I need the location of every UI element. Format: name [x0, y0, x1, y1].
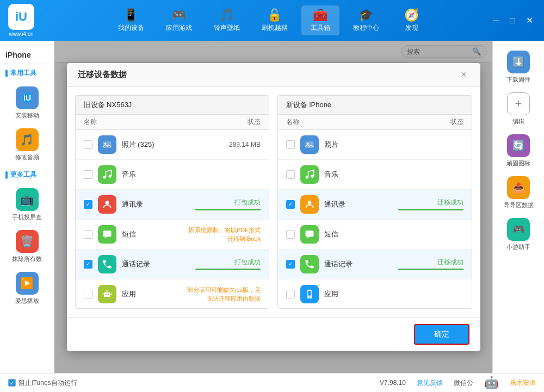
row-checkbox-3[interactable]: [84, 230, 92, 239]
row-status-3: 因系统限制，将以PDF形式迁移到iBook: [184, 226, 261, 242]
old-device-panel: 旧设备 NX563J 名称 状态 照片 (325)289.14 MB音乐✓通讯录…: [75, 95, 270, 309]
nav-item-4[interactable]: 🧰工具箱: [301, 5, 339, 35]
data-row-1: 音乐: [278, 160, 472, 190]
sidebar-item-erase[interactable]: 🗑️ 抹除所有数: [0, 226, 54, 267]
row-name-2: 通讯录: [324, 200, 398, 209]
row-icon-1: [300, 165, 319, 184]
row-icon-1: [98, 165, 116, 184]
row-checkbox-5[interactable]: [286, 290, 295, 298]
row-checkbox-5[interactable]: [84, 290, 92, 298]
row-icon-3: [300, 225, 319, 244]
row-checkbox-0[interactable]: [84, 140, 92, 149]
nav-label-6: 发现: [405, 23, 418, 33]
right-item-stubborn[interactable]: 🔄 顽固图标: [493, 130, 544, 172]
nav-bar: 📱我的设备🎮应用游戏🎵铃声壁纸🔓刷机越狱🧰工具箱🎓教程中心🧭发现: [51, 5, 490, 35]
modal-footer: 确定: [67, 317, 480, 351]
install-icon: iU: [16, 86, 39, 109]
sidebar-item-audio[interactable]: 🎵 修改音频: [0, 124, 54, 166]
mascot-icon: 🤖: [484, 376, 499, 390]
row-checkbox-1[interactable]: [286, 170, 295, 179]
nav-item-2[interactable]: 🎵铃声壁纸: [206, 5, 248, 35]
svg-rect-7: [103, 231, 111, 237]
row-checkbox-4[interactable]: ✓: [84, 260, 92, 269]
header: iU www.i4.cn 📱我的设备🎮应用游戏🎵铃声壁纸🔓刷机越狱🧰工具箱🎓教程…: [0, 0, 544, 41]
firmware-icon: ⬇️: [507, 51, 530, 73]
nav-label-2: 铃声壁纸: [214, 23, 240, 33]
nav-item-1[interactable]: 🎮应用游戏: [158, 5, 200, 35]
right-sidebar: ⬇️ 下载固件 + 编辑 🔄 顽固图标 📤 导导区数据 🎮 小游助手: [492, 41, 544, 373]
row-name-1: 音乐: [324, 170, 398, 179]
row-icon-2: [98, 195, 116, 214]
stubborn-icon: 🔄: [507, 134, 530, 157]
row-checkbox-0[interactable]: [286, 140, 295, 149]
row-icon-5: [98, 285, 116, 303]
nav-label-0: 我的设备: [118, 23, 144, 33]
row-name-3: 短信: [122, 229, 185, 239]
confirm-button[interactable]: 确定: [414, 324, 469, 345]
row-name-1: 音乐: [122, 170, 196, 179]
nav-item-0[interactable]: 📱我的设备: [110, 5, 152, 35]
row-name-5: 应用: [122, 289, 185, 299]
main-area: iPhone 常用工具 iU 安装移动 🎵 修改音频 更多工具 📺 手机投屏直 …: [0, 41, 544, 373]
close-btn[interactable]: ✕: [523, 14, 536, 27]
right-item-export[interactable]: 📤 导导区数据: [493, 172, 544, 214]
status-right: V7.98.10 意见反馈 微信公 🤖 乐水安卓: [380, 376, 536, 390]
sidebar-item-install[interactable]: iU 安装移动: [0, 82, 54, 124]
row-status-4: 打包成功: [195, 258, 261, 270]
row-checkbox-1[interactable]: [84, 170, 92, 179]
nav-icon-6: 🧭: [404, 8, 419, 22]
new-device-header: 新设备 iPhone: [278, 96, 472, 115]
minimize-btn[interactable]: ─: [490, 15, 502, 27]
row-checkbox-3[interactable]: [286, 230, 295, 239]
row-name-0: 照片: [324, 140, 398, 150]
sidebar-item-screen[interactable]: 📺 手机投屏直: [0, 184, 54, 226]
data-row-2: ✓通讯录 迁移成功: [278, 190, 472, 220]
nav-icon-5: 🎓: [358, 8, 373, 22]
row-status-0: 289.14 MB: [195, 140, 261, 148]
svg-point-6: [105, 201, 109, 204]
nav-item-6[interactable]: 🧭发现: [393, 5, 431, 35]
feedback-text[interactable]: 意见反馈: [417, 378, 443, 388]
old-col-status: 状态: [195, 117, 261, 127]
data-row-0: 照片 (325)289.14 MB: [76, 130, 269, 160]
sidebar-item-erase-label: 抹除所有数: [12, 255, 42, 263]
itunes-label: 阻止iTunes自动运行: [18, 378, 77, 388]
svg-rect-8: [104, 292, 110, 296]
right-item-edit[interactable]: + 编辑: [493, 88, 544, 130]
mascot-label: 乐水安卓: [510, 378, 536, 388]
right-item-game[interactable]: 🎮 小游助手: [493, 214, 544, 256]
data-row-5: 应用部分应用可能缺失ios版，且无法迁移应用内数据: [76, 279, 269, 309]
edit-label: 编辑: [512, 117, 524, 126]
wechat-text[interactable]: 微信公: [454, 378, 473, 388]
right-item-firmware[interactable]: ⬇️ 下载固件: [493, 46, 544, 88]
audio-icon: 🎵: [16, 128, 39, 151]
sidebar-item-player-label: 爱思播放: [15, 297, 39, 305]
stubborn-label: 顽固图标: [506, 159, 530, 167]
svg-point-4: [103, 176, 106, 178]
row-status-2: 打包成功: [195, 198, 261, 210]
sidebar-item-player[interactable]: ▶️ 爱思播放: [0, 267, 54, 309]
row-checkbox-2[interactable]: ✓: [84, 200, 92, 209]
row-checkbox-4[interactable]: ✓: [286, 260, 295, 269]
nav-label-5: 教程中心: [353, 23, 379, 33]
modal-overlay: 迁移设备数据 × 旧设备 NX563J 名称 状态 照片 (325)289.14…: [54, 41, 492, 373]
row-checkbox-2[interactable]: ✓: [286, 200, 295, 209]
modal-close-btn[interactable]: ×: [458, 70, 469, 79]
version-text: V7.98.10: [380, 379, 406, 387]
itunes-checkbox[interactable]: ✓: [8, 379, 16, 387]
svg-rect-10: [107, 294, 109, 295]
data-row-3: 短信: [278, 220, 472, 250]
new-device-rows: 照片音乐✓通讯录 迁移成功 短信✓通话记录 迁移成功 应用: [278, 130, 472, 309]
nav-item-5[interactable]: 🎓教程中心: [345, 5, 387, 35]
row-icon-3: [98, 225, 116, 244]
row-name-4: 通话记录: [122, 259, 196, 269]
nav-item-3[interactable]: 🔓刷机越狱: [254, 5, 296, 35]
nav-label-4: 工具箱: [311, 23, 330, 33]
center-content: 🔍 迁移设备数据 × 旧设备 NX563J 名称 状态: [54, 41, 492, 373]
row-icon-0: [300, 135, 319, 154]
logo-sub: www.i4.cn: [9, 31, 33, 37]
nav-label-1: 应用游戏: [166, 23, 192, 33]
svg-point-14: [311, 175, 314, 177]
maximize-btn[interactable]: □: [507, 15, 518, 27]
export-icon: 📤: [507, 176, 530, 199]
